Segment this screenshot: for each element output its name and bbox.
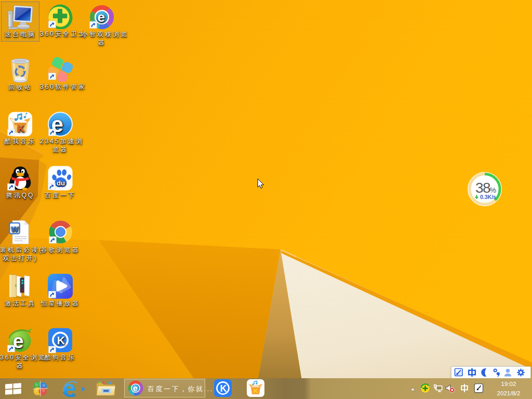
svg-text:0.3K/s: 0.3K/s: [480, 194, 496, 200]
svg-text:K: K: [18, 123, 25, 134]
svg-text:du: du: [57, 179, 65, 187]
svg-text:%: %: [490, 186, 496, 194]
svg-text:e: e: [63, 381, 76, 397]
svg-text:e: e: [133, 383, 138, 393]
svg-text:e: e: [98, 9, 105, 25]
svg-text:W: W: [11, 224, 19, 233]
svg-text:38: 38: [475, 180, 490, 196]
svg-text:K: K: [57, 334, 65, 347]
svg-text:K: K: [220, 383, 227, 394]
svg-text:K: K: [254, 387, 259, 395]
